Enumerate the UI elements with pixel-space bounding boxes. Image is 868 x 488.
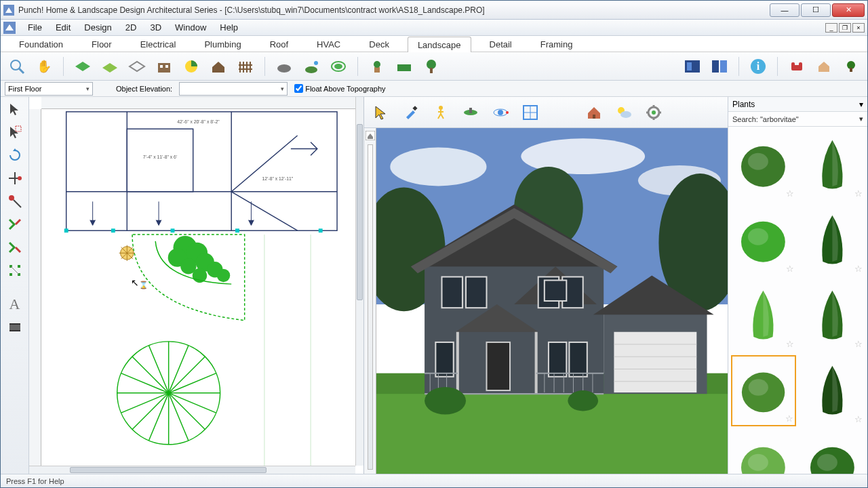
tree-lib-icon[interactable] <box>840 56 862 77</box>
rock-tool-icon[interactable] <box>273 56 295 77</box>
favorite-star-icon[interactable]: ☆ <box>786 188 794 199</box>
plant-thumbnail[interactable]: ☆ <box>731 205 796 276</box>
favorite-star-icon[interactable]: ☆ <box>785 413 793 424</box>
fence-tool-icon[interactable] <box>235 56 256 77</box>
plant-thumbnail[interactable]: ☆ <box>731 430 796 474</box>
mdi-restore[interactable]: ❐ <box>839 23 851 33</box>
tab-detail[interactable]: Detail <box>479 36 522 52</box>
view-2d-icon[interactable] <box>682 56 703 77</box>
favorite-star-icon[interactable]: ☆ <box>854 188 863 199</box>
break-tool-icon[interactable] <box>5 215 25 234</box>
plant-thumbnail[interactable]: ☆ <box>731 129 796 201</box>
floorplan-3d-icon[interactable] <box>519 101 542 124</box>
favorite-star-icon[interactable]: ☆ <box>854 414 863 424</box>
orbit-icon[interactable] <box>489 101 512 124</box>
text-tool-icon[interactable]: A <box>5 295 25 314</box>
float-checkbox[interactable] <box>294 84 303 93</box>
building-tool-icon[interactable] <box>153 56 175 77</box>
2d-canvas[interactable]: 42'-6" x 20'-8" x 8'-2" 7'-4" x 11'-8" x… <box>29 97 364 474</box>
walk-icon[interactable] <box>429 101 452 124</box>
tab-roof[interactable]: Roof <box>260 36 298 52</box>
elevation-input[interactable]: ▾ <box>179 82 288 96</box>
menu-help[interactable]: Help <box>213 21 245 34</box>
menu-file[interactable]: File <box>21 21 49 34</box>
favorite-star-icon[interactable]: ☆ <box>786 339 794 349</box>
2d-scrollbar-horizontal[interactable] <box>29 466 355 474</box>
svg-rect-126 <box>614 332 696 392</box>
plant-thumbnail[interactable]: ☆ <box>731 355 796 426</box>
weather-icon[interactable] <box>612 101 635 124</box>
menu-edit[interactable]: Edit <box>49 21 77 34</box>
tab-foundation[interactable]: Foundation <box>9 36 73 52</box>
plot-tool-icon[interactable] <box>126 56 148 77</box>
maximize-button[interactable]: ☐ <box>801 3 831 17</box>
favorite-star-icon[interactable]: ☆ <box>854 264 863 274</box>
floor-selector[interactable]: First Floor ▾ <box>5 82 93 96</box>
tree-icon[interactable] <box>420 56 442 77</box>
mdi-close[interactable]: × <box>852 23 865 33</box>
tab-floor[interactable]: Floor <box>81 36 122 52</box>
info-icon[interactable]: i <box>747 56 769 77</box>
3d-cursor-icon[interactable] <box>370 101 393 124</box>
multi-select-icon[interactable] <box>5 123 25 142</box>
minimize-button[interactable]: — <box>770 3 800 17</box>
slope-tool-icon[interactable] <box>99 56 121 77</box>
rotate-tool-icon[interactable] <box>5 146 25 165</box>
float-label-text: Float Above Topography <box>305 85 385 93</box>
ruler-home-icon[interactable] <box>366 131 375 140</box>
home-view-icon[interactable] <box>583 101 606 124</box>
water-tool-icon[interactable] <box>300 56 322 77</box>
library-search-row[interactable]: Search: "arborvitae" ▾ <box>728 112 867 127</box>
contour-tool-icon[interactable] <box>328 56 349 77</box>
eyedropper-icon[interactable] <box>399 101 422 124</box>
zoom-tool-icon[interactable] <box>6 56 28 77</box>
view-split-icon[interactable] <box>709 56 730 77</box>
plant-thumbnail[interactable]: ☆ <box>731 280 796 351</box>
elevation-slider[interactable] <box>368 144 373 470</box>
tab-plumbing[interactable]: Plumbing <box>194 36 251 52</box>
mdi-minimize[interactable]: _ <box>825 23 837 33</box>
menu-design[interactable]: Design <box>77 21 118 34</box>
pan-tool-icon[interactable]: ✋ <box>33 56 55 77</box>
menu-window[interactable]: Window <box>168 21 213 34</box>
hedge-icon[interactable] <box>393 56 415 77</box>
furniture-icon[interactable] <box>786 56 808 77</box>
plant-thumbnail[interactable]: ☆ <box>800 205 865 276</box>
window-controls: — ☐ ✕ <box>770 3 865 17</box>
favorite-star-icon[interactable]: ☆ <box>854 339 863 349</box>
menu-3d[interactable]: 3D <box>143 21 168 34</box>
select-tool-icon[interactable] <box>5 100 25 119</box>
favorite-star-icon[interactable]: ☆ <box>786 264 794 274</box>
svg-text:⌛: ⌛ <box>139 281 149 289</box>
plant-thumbnail[interactable]: ☆ <box>800 355 865 426</box>
menu-2d[interactable]: 2D <box>119 21 144 34</box>
join-tool-icon[interactable] <box>5 238 25 257</box>
sun-tool-icon[interactable] <box>180 56 202 77</box>
3d-viewport[interactable] <box>376 128 728 474</box>
close-button[interactable]: ✕ <box>832 3 865 17</box>
shed-tool-icon[interactable] <box>208 56 229 77</box>
svg-rect-22 <box>374 67 380 73</box>
tab-framing[interactable]: Framing <box>530 36 583 52</box>
plant-thumbnail[interactable]: ☆ <box>800 430 865 474</box>
tab-deck[interactable]: Deck <box>359 36 399 52</box>
tab-hvac[interactable]: HVAC <box>307 36 351 52</box>
library-header[interactable]: Plants ▾ <box>728 97 867 112</box>
tab-electrical[interactable]: Electrical <box>130 36 186 52</box>
plant-thumbnail[interactable]: ☆ <box>800 280 865 351</box>
2d-scrollbar-vertical[interactable] <box>355 97 363 466</box>
point-tool-icon[interactable] <box>5 192 25 211</box>
fly-icon[interactable] <box>459 101 482 124</box>
tab-landscape[interactable]: Landscape <box>408 37 471 52</box>
dimension-tool-icon[interactable] <box>5 261 25 280</box>
house-color-icon[interactable] <box>813 56 835 77</box>
settings-3d-icon[interactable] <box>642 101 665 124</box>
plant-thumbnail[interactable]: ☆ <box>800 129 865 201</box>
float-checkbox-label[interactable]: Float Above Topography <box>294 84 385 93</box>
media-tool-icon[interactable] <box>5 318 25 337</box>
floorplan-drawing: 42'-6" x 20'-8" x 8'-2" 7'-4" x 11'-8" x… <box>41 109 355 466</box>
move-tool-icon[interactable] <box>5 169 25 188</box>
terrain-tool-icon[interactable] <box>72 56 94 77</box>
svg-point-109 <box>652 110 656 115</box>
plant-small-icon[interactable] <box>366 56 388 77</box>
